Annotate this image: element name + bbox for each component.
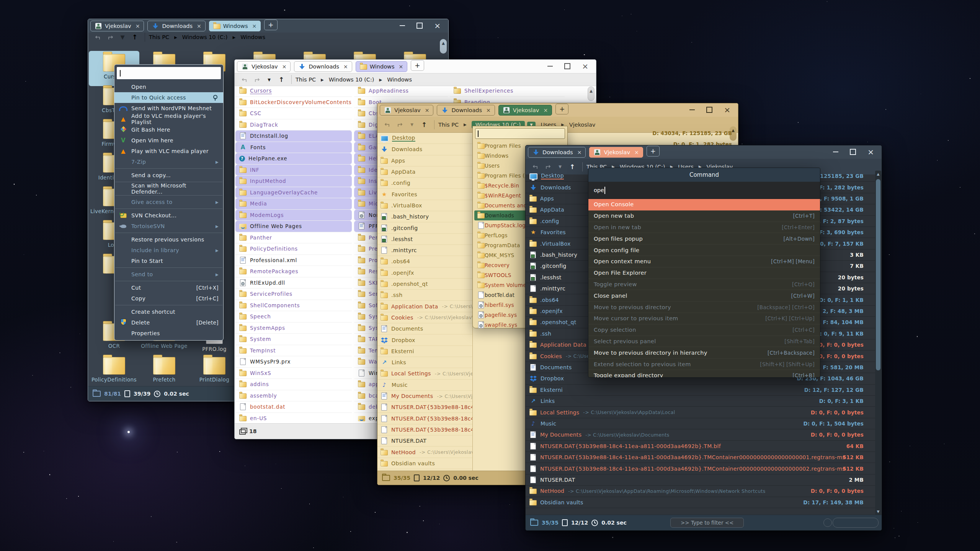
minimize-button[interactable] [547, 66, 553, 67]
menu-item-send-a-copy-[interactable]: Send a copy... [114, 170, 223, 181]
file-row[interactable]: en-US [235, 413, 352, 424]
tab-vjekoslav[interactable]: Vjekoslav× [589, 147, 643, 158]
tree-item[interactable]: .openjfx [377, 267, 472, 279]
tab-vjekoslav[interactable]: Vjekoslav× [237, 61, 291, 72]
rename-input[interactable] [117, 67, 221, 79]
new-tab-button[interactable]: + [647, 146, 660, 156]
up-icon[interactable]: ↑ [566, 163, 578, 171]
file-row[interactable]: SystemApps [235, 323, 352, 334]
minimize-button[interactable] [400, 25, 405, 26]
file-row[interactable]: NetHood-> C:\Users\Vjekoslav\AppData\Roa… [526, 486, 875, 497]
quick-filter-input[interactable] [833, 518, 879, 528]
scroll-up-icon[interactable]: ▲ [875, 172, 881, 176]
tree-item[interactable]: .bash_history [377, 211, 472, 222]
back-icon[interactable] [529, 164, 542, 170]
file-row[interactable]: AFonts [235, 142, 352, 153]
file-row[interactable]: EksterniD: 12, F: 127, 12 GB [526, 385, 875, 396]
tab-close-icon[interactable]: × [252, 23, 257, 29]
menu-item-git-bash-here[interactable]: Git Bash Here [114, 124, 223, 135]
close-button[interactable]: × [867, 150, 874, 154]
menu-item-properties[interactable]: Properties [114, 328, 223, 339]
file-row[interactable]: Professional.xml [235, 255, 352, 266]
file-row[interactable]: BitLockerDiscoveryVolumeContents [235, 97, 352, 108]
scrollbar[interactable]: ▲ ▼ [875, 171, 881, 515]
menu-item-send-to[interactable]: Send to▶ [114, 269, 223, 280]
titlebar[interactable]: Vjekoslav×Downloads×Windows×+ × [88, 19, 448, 33]
tree-item[interactable]: .ssh [377, 290, 472, 301]
command-open-in-new-tab[interactable]: Open in new tab[Ctrl+Enter] [588, 222, 820, 233]
maximize-button[interactable] [416, 23, 423, 29]
command-open-context-menu[interactable]: Open context menu[Ctrl+M] [Menu] [588, 256, 820, 267]
file-row[interactable]: InputMethod [235, 176, 352, 187]
breadcrumb-this-pc[interactable]: This PC [149, 34, 169, 40]
type-to-filter-button[interactable]: >> Type to filter << [670, 518, 744, 528]
command-close-panel[interactable]: Close panel[Ctrl+W] [588, 290, 820, 302]
history-dropdown-icon[interactable]: ▼ [406, 122, 418, 127]
close-button[interactable]: × [724, 108, 730, 112]
menu-item-delete[interactable]: Delete[Delete] [114, 317, 223, 328]
file-row[interactable]: ♪MusicD: 0, F: 1, 504 bytes [526, 418, 875, 429]
command-open-config-file[interactable]: Open config file [588, 245, 820, 256]
file-row[interactable]: RemotePackages [235, 266, 352, 277]
command-open-console[interactable]: Open Console [588, 199, 820, 210]
file-row[interactable]: assembly [235, 390, 352, 402]
file-tile[interactable]: PrintDialog [191, 357, 238, 383]
tree-item[interactable]: Eksterni [377, 346, 472, 357]
tab-close-icon[interactable]: × [577, 149, 582, 155]
tree-item[interactable]: .config [377, 178, 472, 189]
file-tile[interactable]: PolicyDefinitions [90, 357, 138, 383]
command-move-to-previous-directory-in-hierarchy[interactable]: Move to previous directory in hierarchy[… [588, 347, 820, 359]
dropdown-filter-input[interactable] [475, 128, 565, 139]
tab-close-icon[interactable]: × [486, 107, 491, 113]
file-row[interactable]: ?HelpPane.exe [235, 153, 352, 165]
history-dropdown-icon[interactable]: ▼ [263, 78, 275, 82]
titlebar[interactable]: Downloads×Vjekoslav×+ × [526, 145, 882, 159]
forward-icon[interactable] [394, 122, 406, 128]
back-icon[interactable] [92, 34, 104, 40]
tree-item[interactable]: My Documents-> C:\Users\Vjekoslav\Docume… [377, 391, 472, 402]
file-row[interactable]: ShellExperiences [450, 85, 565, 97]
tab-downloads[interactable]: Downloads× [294, 61, 352, 72]
file-row[interactable]: Local Settings-> C:\Users\Vjekoslav\AppD… [526, 407, 875, 418]
file-row[interactable]: DtcInstall.log [235, 130, 352, 142]
maximize-button[interactable] [850, 149, 856, 155]
menu-item-open[interactable]: Open [114, 82, 223, 92]
tree-item[interactable]: Obsidian vaults [377, 458, 472, 469]
breadcrumb-windows[interactable]: Windows [387, 77, 412, 83]
file-row[interactable]: addins [235, 379, 352, 390]
file-row[interactable]: PolicyDefinitions [235, 243, 352, 255]
menu-item-play-with-vlc-media-player[interactable]: ▲Play with VLC media player [114, 146, 223, 156]
menu-item-7-zip[interactable]: 7-Zip▶ [114, 156, 223, 167]
tree-item[interactable]: .gitconfig [377, 222, 472, 233]
scroll-up-button[interactable]: ▲ [440, 39, 447, 54]
command-copy-selection[interactable]: Copy selection[Ctrl+C] [588, 324, 820, 336]
tab-vjekoslav[interactable]: Vjekoslav× [90, 21, 144, 31]
file-row[interactable]: CSC [235, 108, 352, 119]
file-row[interactable]: ShellComponents [235, 300, 352, 311]
tree-item[interactable]: .VirtualBox [377, 200, 472, 211]
command-move-cursor-to-previous-item[interactable]: Move cursor to previous item[Ctrl+K] [Ct… [588, 313, 820, 324]
tab-close-icon[interactable]: × [197, 23, 201, 29]
tree-item[interactable]: ★Favorites [377, 189, 472, 200]
file-row[interactable]: Speech [235, 311, 352, 323]
tree-item[interactable]: Local Settings-> C:\Users\Vjekoslav\AppD… [377, 368, 472, 379]
tree-item[interactable]: ♪Music [377, 380, 472, 391]
menu-item-pin-to-quick-access[interactable]: Pin to Quick access [114, 92, 223, 103]
file-row[interactable]: bootstat.dat [235, 401, 352, 413]
breadcrumb-windows[interactable]: Windows [240, 34, 265, 40]
file-row[interactable]: ↗LinksD: 0, F: 3, 1 KB [526, 396, 875, 407]
tab-vjekoslav[interactable]: Vjekoslav× [380, 105, 433, 116]
menu-item-svn-checkout-[interactable]: SVN Checkout... [114, 210, 223, 221]
scrollbar-thumb[interactable] [876, 179, 880, 370]
menu-item-include-in-library[interactable]: Include in library▶ [114, 245, 223, 256]
command-select-previous-panel[interactable]: Select previous panel[Shift+Tab] [588, 336, 820, 347]
tab-downloads[interactable]: Downloads× [437, 105, 495, 116]
scroll-up-button[interactable]: ▲ [588, 86, 595, 101]
command-open-new-tab[interactable]: Open new tab[Ctrl+T] [588, 210, 820, 222]
close-button[interactable]: × [582, 64, 588, 68]
titlebar[interactable]: Vjekoslav×Downloads×Vjekoslav×+ × [377, 103, 738, 117]
file-row[interactable]: AppReadiness [354, 85, 448, 97]
menu-item-give-access-to[interactable]: Give access to▶ [114, 197, 223, 207]
new-tab-button[interactable]: + [264, 20, 277, 30]
tree-item[interactable]: NTUSER.DAT [377, 435, 472, 447]
